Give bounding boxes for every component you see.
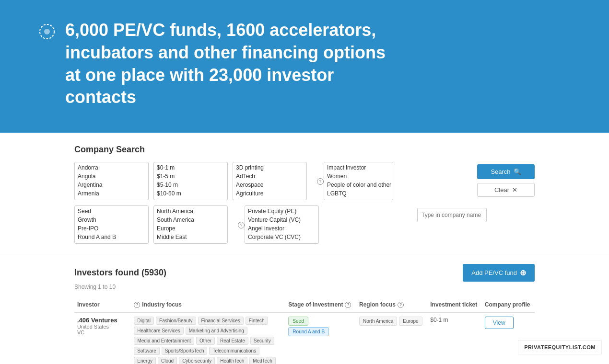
country-filter-wrapper: Andorra Angola Argentina Armenia — [74, 162, 149, 201]
tags-1: Digital Fashion/Beauty Financial Service… — [134, 317, 278, 364]
tag: Digital — [134, 317, 154, 325]
stage-cell-1: Seed Round A and B — [285, 312, 356, 364]
investor-country-1: United States — [77, 324, 128, 330]
hero-content: 6,000 PE/VC funds, 1600 accelerators, in… — [38, 19, 401, 109]
search-actions: Search 🔍 Clear ✕ — [477, 162, 535, 197]
investors-subtitle: Showing 1 to 10 — [74, 284, 535, 290]
stage-filter-wrapper: Seed Growth Pre-IPO Round A and B — [74, 205, 149, 244]
region-help-icon[interactable]: ? — [398, 302, 404, 308]
special-type-filter-wrapper: ? Impact investor Women People of color … — [324, 162, 393, 201]
hero-logo-icon — [38, 23, 56, 40]
tag: Telecommunications — [209, 347, 259, 355]
investor-type-filter-wrapper: ? Private Equity (PE) Venture Capital (V… — [245, 205, 319, 244]
tag: Media and Entertainment — [134, 337, 194, 345]
investor-type-1: VC — [77, 330, 128, 335]
ticket-select[interactable]: $0-1 m $1-5 m $5-10 m $10-50 m — [153, 162, 228, 200]
th-investor: Investor — [74, 297, 131, 312]
view-button-1[interactable]: View — [485, 317, 514, 329]
region-cell-1: North America Europe — [356, 312, 427, 364]
table-header-row: Investor ? Industry focus Stage of inves… — [74, 297, 535, 312]
region-badge: North America — [359, 317, 397, 326]
search-icon: 🔍 — [514, 168, 521, 175]
investors-title: Investors found (5930) — [74, 268, 166, 278]
tag: MedTech — [249, 357, 276, 364]
tag: Real Estate — [217, 337, 248, 345]
filter-row-2: Seed Growth Pre-IPO Round A and B North … — [74, 205, 535, 244]
stage-badges-1: Seed Round A and B — [288, 317, 353, 336]
region-filter-wrapper: North America South America Europe Middl… — [153, 205, 228, 244]
tag: Fashion/Beauty — [156, 317, 196, 325]
table-row: .406 Ventures United States VC Digital F… — [74, 312, 535, 364]
th-stage: Stage of investment ? — [285, 297, 356, 312]
badge-seed: Seed — [288, 317, 308, 326]
add-fund-button[interactable]: Add PE/VC fund ⊕ — [463, 264, 535, 282]
hero-text: 6,000 PE/VC funds, 1600 accelerators, in… — [65, 19, 401, 109]
region-badges-1: North America Europe — [359, 317, 424, 326]
tag: Healthcare Services — [134, 327, 183, 335]
investors-header: Investors found (5930) Add PE/VC fund ⊕ — [74, 264, 535, 282]
th-industry: ? Industry focus — [131, 297, 285, 312]
stage-select[interactable]: Seed Growth Pre-IPO Round A and B — [74, 205, 149, 244]
ticket-filter-wrapper: $0-1 m $1-5 m $5-10 m $10-50 m — [153, 162, 228, 201]
clear-button[interactable]: Clear ✕ — [477, 183, 535, 197]
tag: HealthTech — [217, 357, 247, 364]
badge-round: Round A and B — [288, 327, 329, 336]
industry-cell-1: Digital Fashion/Beauty Financial Service… — [131, 312, 285, 364]
tag: Cybersecurity — [179, 357, 215, 364]
profile-cell-1: View — [482, 312, 535, 364]
investor-type-select[interactable]: Private Equity (PE) Venture Capital (VC)… — [245, 205, 319, 244]
stage-help-icon[interactable]: ? — [345, 302, 351, 308]
tag: Sports/SportsTech — [162, 347, 208, 355]
search-filters: Andorra Angola Argentina Armenia $0-1 m … — [74, 162, 535, 244]
hero-banner: 6,000 PE/VC funds, 1600 accelerators, in… — [0, 0, 609, 133]
industry-select[interactable]: 3D printing AdTech Aerospace Agriculture — [233, 162, 307, 200]
clear-icon: ✕ — [512, 186, 517, 193]
tag: Other — [196, 337, 215, 345]
tag: Software — [134, 347, 159, 355]
tag: Financial Services — [198, 317, 244, 325]
investor-cell-1: .406 Ventures United States VC — [74, 312, 131, 364]
tag: Cloud — [158, 357, 177, 364]
company-search-title: Company Search — [74, 145, 535, 155]
tag: Security — [250, 337, 274, 345]
special-type-question-icon[interactable]: ? — [317, 178, 324, 185]
special-type-select[interactable]: Impact investor Women People of color an… — [324, 162, 393, 200]
ticket-value-1: $0-1 m — [430, 317, 448, 323]
main-content: Company Search Andorra Angola Argentina … — [0, 133, 609, 254]
th-profile: Company profile — [482, 297, 535, 312]
th-region: Region focus ? — [356, 297, 427, 312]
svg-point-1 — [44, 29, 50, 34]
investor-name-1: .406 Ventures — [77, 317, 128, 324]
th-ticket: Investment ticket — [427, 297, 482, 312]
investors-table: Investor ? Industry focus Stage of inves… — [74, 297, 535, 364]
tag: Energy — [134, 357, 156, 364]
add-icon: ⊕ — [520, 268, 526, 277]
company-name-input[interactable] — [417, 208, 487, 222]
investor-type-question-icon[interactable]: ? — [238, 222, 245, 228]
region-select[interactable]: North America South America Europe Middl… — [153, 205, 228, 244]
company-name-wrapper — [417, 205, 487, 222]
industry-help-icon[interactable]: ? — [134, 302, 140, 308]
industry-filter-wrapper: 3D printing AdTech Aerospace Agriculture — [233, 162, 307, 201]
tag: Fintech — [246, 317, 268, 325]
filter-row-1: Andorra Angola Argentina Armenia $0-1 m … — [74, 162, 535, 201]
country-select[interactable]: Andorra Angola Argentina Armenia — [74, 162, 149, 200]
watermark: PRIVATEEQUITYLIST.COM — [518, 340, 602, 354]
search-button[interactable]: Search 🔍 — [477, 164, 535, 179]
tag: Marketing and Advertising — [186, 327, 247, 335]
region-badge: Europe — [399, 317, 422, 326]
ticket-cell-1: $0-1 m — [427, 312, 482, 364]
